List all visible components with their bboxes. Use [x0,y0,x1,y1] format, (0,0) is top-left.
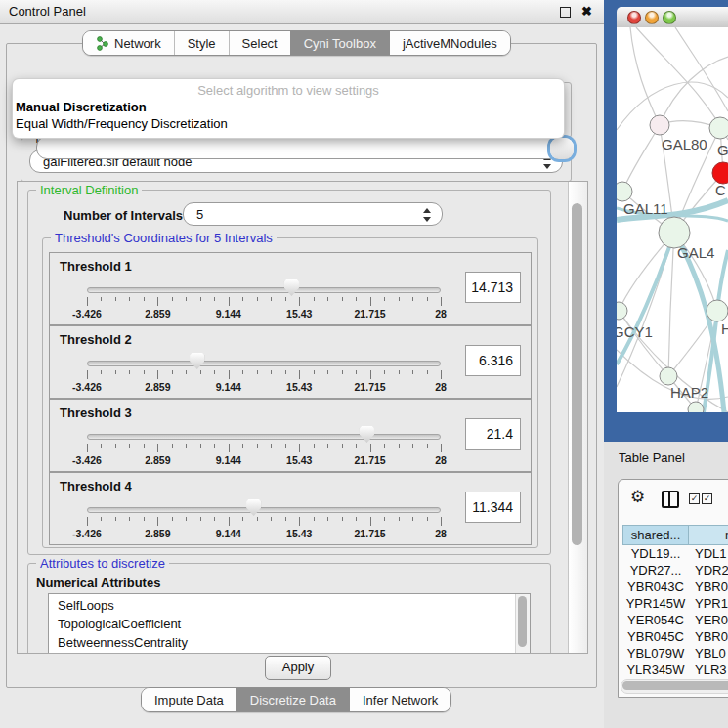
cell-name[interactable]: YDL1 [689,545,728,562]
table-hscrollbar-thumb[interactable] [622,681,728,690]
table-row[interactable]: YLR345WYLR3 [622,662,728,678]
node-label: GAL4 [677,244,714,261]
cell-shared-name[interactable]: YBR043C [622,578,689,595]
tab-discretize-data[interactable]: Discretize Data [236,688,349,711]
slider-handle[interactable] [190,353,204,369]
tab-infer-network[interactable]: Infer Network [349,688,450,711]
table-horizontal-scrollbar[interactable] [621,679,728,694]
slider-handle[interactable] [360,426,374,443]
cell-name[interactable]: YDR2 [689,562,728,578]
slider-handle[interactable] [284,279,299,296]
threshold-value-field[interactable]: 21.4 [465,418,521,450]
tick-mark [87,370,88,379]
network-node[interactable] [688,402,704,412]
cell-shared-name[interactable]: YER054C [622,612,689,628]
threshold-1-slider[interactable]: -3.4262.8599.14415.4321.71528 [87,278,441,321]
tick-mark [285,370,286,374]
minimize-traffic-light[interactable] [645,11,659,24]
tab-cyni-toolbox[interactable]: Cyni Toolbox [290,31,389,55]
network-node[interactable] [707,300,728,321]
table-row[interactable]: YER054CYER0 [622,612,728,628]
column-header-name[interactable]: n [689,525,728,545]
apply-button[interactable]: Apply [265,656,331,680]
column-browser-icon[interactable] [662,491,679,508]
tick-mark [285,444,286,448]
cell-name[interactable]: YLR3 [689,662,728,678]
number-of-intervals-spinner[interactable]: 5 [183,202,443,226]
close-traffic-light[interactable] [627,11,641,24]
threshold-value-field[interactable]: 14.713 [465,272,521,303]
algorithm-combobox[interactable] [36,136,576,159]
network-node[interactable] [709,117,728,139]
attribute-list-item[interactable]: TopologicalCoefficient [49,615,515,633]
network-tab-icon [96,36,108,51]
zoom-traffic-light[interactable] [663,11,676,24]
tick-mark [214,297,215,301]
cell-name[interactable]: YBR0 [689,578,728,595]
cell-shared-name[interactable]: YBR045C [622,628,689,645]
numerical-attributes-list[interactable]: SelfLoopsTopologicalCoefficientBetweenne… [48,593,531,654]
table-row[interactable]: YDL19...YDL1 [622,545,728,562]
threshold-3-slider[interactable]: -3.4262.8599.14415.4321.71528 [87,425,441,468]
table-row[interactable]: YBR043CYBR0 [622,578,728,595]
cell-shared-name[interactable]: YPR145W [622,595,689,612]
tab-select[interactable]: Select [229,31,290,55]
network-node[interactable] [650,115,669,135]
tick-mark [299,517,300,526]
network-node[interactable] [660,367,677,385]
algorithm-combobox-button[interactable] [550,138,574,159]
settings-vertical-scrollbar[interactable] [568,182,587,653]
tick-mark [356,370,357,374]
cell-shared-name[interactable]: YDL19... [622,545,689,562]
unselect-all-checkbox-icon[interactable]: ✓ [702,493,712,504]
cell-shared-name[interactable]: YBL079W [622,645,689,662]
attribute-list-item[interactable]: BetweennessCentrality [49,633,515,652]
settings-scrollbar-thumb[interactable] [572,203,582,545]
list-scrollbar[interactable] [515,594,530,654]
slider-handle[interactable] [246,499,261,516]
network-canvas[interactable]: GAL80GALCGAL11GAL4GCY1HHAP2 [617,27,728,412]
cell-name[interactable]: YBL0 [689,645,728,662]
table-row[interactable]: YDR27...YDR2 [622,562,728,578]
cell-name[interactable]: YBR0 [689,628,728,645]
tick-label: -3.426 [72,528,102,539]
spinner-arrows-icon [422,207,431,223]
tab-label: jActiveMNodules [403,36,497,51]
table-row[interactable]: YPR145WYPR1 [622,595,728,612]
list-scrollbar-thumb[interactable] [518,596,527,647]
tick-mark [412,370,413,374]
cell-name[interactable]: YER0 [689,612,728,628]
threshold-value-field[interactable]: 6.316 [465,345,521,376]
tab-network[interactable]: Network [83,31,174,55]
threshold-4-slider[interactable]: -3.4262.8599.14415.4321.71528 [87,498,441,541]
gear-icon[interactable]: ⚙ [630,487,645,507]
cell-shared-name[interactable]: YDR27... [622,562,689,578]
table-row[interactable]: YBR045CYBR0 [622,628,728,645]
tick-mark [214,370,215,374]
algorithm-option-manual[interactable]: Manual Discretization [16,100,147,114]
table-row[interactable]: YBL079WYBL0 [622,645,728,662]
slider-scale [87,370,441,380]
cell-shared-name[interactable]: YLR345W [622,662,689,678]
tab-impute-data[interactable]: Impute Data [142,688,236,711]
algorithm-option-equal-width[interactable]: Equal Width/Frequency Discretization [16,116,228,131]
node-label: GCY1 [617,323,653,340]
tick-mark [427,444,428,448]
network-node[interactable] [617,302,627,320]
network-node[interactable] [617,182,632,201]
threshold-2-slider[interactable]: -3.4262.8599.14415.4321.71528 [87,352,441,395]
network-node[interactable] [712,162,728,184]
column-header-shared-name[interactable]: shared... [622,525,689,545]
select-all-checkbox-icon[interactable]: ✓ [689,493,700,504]
attribute-list-item[interactable]: SelfLoops [49,596,515,615]
algorithm-hint: Select algorithm to view settings [13,83,564,98]
close-icon[interactable]: ✖ [581,3,592,21]
float-window-icon[interactable] [560,7,571,18]
cell-name[interactable]: YPR1 [689,595,728,612]
tick-mark [214,444,215,448]
threshold-value-field[interactable]: 11.344 [465,492,521,523]
tab-style[interactable]: Style [174,31,229,55]
tick-mark [370,370,371,379]
tick-mark [342,517,343,521]
tab-jactivemnodules[interactable]: jActiveMNodules [389,31,510,55]
